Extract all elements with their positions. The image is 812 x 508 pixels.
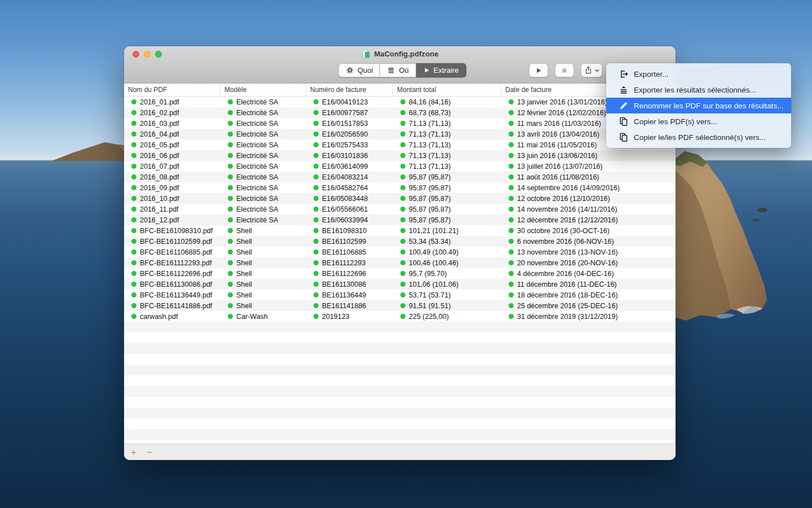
cell-text: Shell: [236, 281, 252, 288]
column-header-numero-de-facture[interactable]: Numéro de facture: [306, 84, 393, 96]
table-cell-invoice: BE161122696: [306, 270, 393, 278]
share-button[interactable]: [581, 63, 602, 77]
column-header-montant-total[interactable]: Montant total: [393, 84, 501, 96]
add-button[interactable]: +: [131, 448, 136, 457]
cell-text: 95,87 (95,87): [409, 195, 451, 203]
table-cell-amount: 71,13 (71,13): [393, 141, 501, 149]
cell-text: 95,87 (95,87): [409, 216, 451, 224]
table-row[interactable]: 2016_07.pdfElectricité SAE16/0361409971,…: [124, 161, 676, 172]
status-ok-dot: [228, 142, 233, 147]
cell-text: 2016_12.pdf: [140, 216, 179, 224]
table-cell-model: Electricité SA: [220, 195, 306, 203]
status-ok-dot: [228, 314, 233, 319]
cell-text: 101,06 (101.06): [409, 281, 458, 288]
status-ok-dot: [400, 174, 405, 179]
zoom-button[interactable]: [155, 51, 162, 58]
column-header-nom-du-pdf[interactable]: Nom du PDF: [124, 84, 220, 96]
status-ok-dot: [131, 303, 136, 308]
cell-text: E16/05083448: [322, 195, 368, 203]
cell-text: Electricité SA: [236, 120, 278, 128]
status-ok-dot: [131, 142, 136, 147]
table-cell-name: 2016_07.pdf: [124, 163, 220, 170]
cell-text: Shell: [236, 291, 252, 299]
table-row[interactable]: 2016_01.pdfElectricité SAE16/0041912384,…: [124, 97, 676, 107]
status-ok-dot: [509, 282, 514, 287]
run-button[interactable]: [529, 63, 548, 77]
table-row[interactable]: carwash.pdfCar-Wash2019123225 (225,00)31…: [124, 311, 676, 322]
table-row[interactable]: 2016_10.pdfElectricité SAE16/0508344895,…: [124, 193, 676, 204]
table-cell-model: Shell: [220, 248, 306, 256]
status-ok-dot: [509, 260, 514, 265]
table-row[interactable]: 2016_02.pdfElectricité SAE16/0097758768,…: [124, 107, 676, 118]
cell-text: 25 décembre 2016 (25-DEC-16): [517, 302, 618, 310]
close-button[interactable]: [133, 51, 139, 58]
cell-text: 2019123: [322, 313, 350, 321]
table-row[interactable]: BFC-BE161112293.pdfShellBE161112293100,4…: [124, 257, 676, 268]
cell-text: 53,34 (53.34): [409, 238, 451, 246]
status-ok-dot: [400, 164, 405, 169]
status-ok-dot: [400, 271, 405, 276]
menu-item-export-selected[interactable]: Exporter les résultats sélectionnés...: [606, 82, 791, 98]
status-ok-dot: [509, 249, 514, 255]
table-row[interactable]: BFC-BE161141886.pdfShellBE16114188691,51…: [124, 300, 676, 311]
cell-text: Electricité SA: [236, 205, 278, 213]
table-cell-invoice: 2019123: [306, 313, 393, 321]
table-row[interactable]: 2016_09.pdfElectricité SAE16/0458276495,…: [124, 182, 676, 193]
cell-text: 71,13 (71,13): [409, 130, 451, 138]
table-cell-invoice: E16/05083448: [306, 195, 393, 203]
column-header-modele[interactable]: Modèle: [220, 84, 306, 96]
table-row[interactable]: 2016_08.pdfElectricité SAE16/0408321495,…: [124, 172, 676, 182]
table-row[interactable]: 2016_06.pdfElectricité SAE16/0310183671,…: [124, 150, 676, 161]
menu-item-copy-all[interactable]: Copier les PDF(s) vers...: [606, 113, 791, 129]
table-row[interactable]: BFC-BE161136449.pdfShellBE16113644953,71…: [124, 290, 676, 300]
cell-text: 2016_10.pdf: [140, 195, 179, 203]
cell-text: 2016_08.pdf: [140, 173, 179, 181]
table-row[interactable]: 2016_05.pdfElectricité SAE16/0257543371,…: [124, 139, 676, 150]
table-body: 2016_01.pdfElectricité SAE16/0041912384,…: [124, 97, 676, 322]
cell-text: BE161130086: [322, 281, 366, 288]
table-row[interactable]: 2016_03.pdfElectricité SAE16/0151785371,…: [124, 118, 676, 129]
minimize-button[interactable]: [144, 51, 151, 58]
menu-item-rename[interactable]: Renommer les PDF sur base des résultats.…: [606, 98, 791, 113]
cell-text: Electricité SA: [236, 109, 278, 117]
cell-text: 30 octobre 2016 (30-OCT-16): [517, 227, 610, 235]
table-row[interactable]: BFC-BE161130086.pdfShellBE161130086101,0…: [124, 279, 676, 290]
table-cell-date: 14 novembre 2016 (14/11/2016): [501, 205, 676, 213]
cell-text: 13 novembre 2016 (13-NOV-16): [517, 248, 618, 256]
cell-text: carwash.pdf: [140, 313, 178, 321]
gear-icon: [346, 66, 354, 75]
cell-text: E16/06033994: [322, 216, 368, 224]
table-row[interactable]: BFC-BE161106885.pdfShellBE161106885100,4…: [124, 247, 676, 257]
tab-extraire[interactable]: Extraire: [416, 63, 466, 77]
cell-text: 2016_09.pdf: [140, 184, 179, 192]
window-title: MaConfig.pdfzone: [374, 50, 438, 58]
table-cell-name: 2016_01.pdf: [124, 98, 220, 106]
status-ok-dot: [509, 271, 514, 276]
cell-text: BFC-BE161112293.pdf: [140, 259, 211, 267]
table-row[interactable]: BFC-BE161098310.pdfShellBE161098310101,2…: [124, 225, 676, 236]
table-cell-model: Electricité SA: [220, 205, 306, 213]
table-cell-amount: 91,51 (91.51): [393, 302, 501, 310]
stop-button[interactable]: [555, 63, 574, 77]
tab-quoi[interactable]: Quoi: [338, 63, 380, 77]
table-cell-name: 2016_11.pdf: [124, 205, 220, 213]
status-ok-dot: [400, 121, 405, 126]
remove-button[interactable]: −: [147, 448, 152, 457]
status-ok-dot: [509, 142, 514, 147]
table-row[interactable]: BFC-BE161102599.pdfShellBE16110259953,34…: [124, 236, 676, 247]
table-row[interactable]: 2016_11.pdfElectricité SAE16/0556606195,…: [124, 204, 676, 214]
status-ok-dot: [400, 207, 405, 212]
table-cell-name: carwash.pdf: [124, 313, 220, 321]
play-icon: [423, 67, 430, 74]
cell-text: BE161136449: [322, 291, 366, 299]
share-dropdown-menu: Exporter...Exporter les résultats sélect…: [606, 63, 791, 148]
tab-ou[interactable]: Où: [380, 63, 416, 77]
table-cell-name: BFC-BE161122696.pdf: [124, 270, 220, 278]
table-row[interactable]: 2016_12.pdfElectricité SAE16/0603399495,…: [124, 214, 676, 225]
menu-item-copy-selected[interactable]: Copier le/les PDF sélectionné(s) vers...: [606, 129, 791, 145]
menu-item-export[interactable]: Exporter...: [606, 66, 791, 82]
status-ok-dot: [400, 303, 405, 308]
table-row[interactable]: BFC-BE161122696.pdfShellBE16112269695,7 …: [124, 268, 676, 279]
table-row[interactable]: 2016_04.pdfElectricité SAE16/0205659071,…: [124, 129, 676, 139]
table-cell-name: BFC-BE161098310.pdf: [124, 227, 220, 235]
